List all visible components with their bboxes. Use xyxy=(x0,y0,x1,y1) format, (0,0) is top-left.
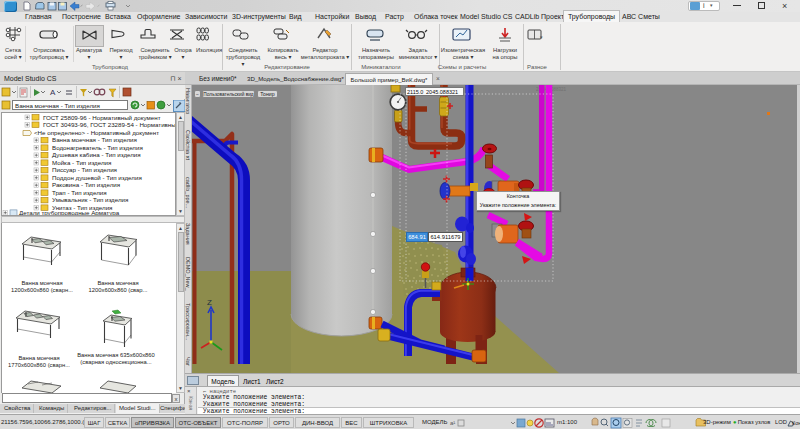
svg-text:1200х600х860 (сварн...: 1200х600х860 (сварн... xyxy=(11,287,73,293)
svg-text:Водонагреватель - Тип изделия: Водонагреватель - Тип изделия xyxy=(52,144,143,151)
svg-text:1200х600х860 (свар...: 1200х600х860 (свар... xyxy=(89,287,148,293)
svg-text:(сварная односекционна...: (сварная односекционна... xyxy=(80,359,152,365)
svg-text:Мойка - Тип изделия: Мойка - Тип изделия xyxy=(52,159,111,166)
svg-text:1770х600х860 (сварн...: 1770х600х860 (сварн... xyxy=(8,362,70,368)
svg-text:ГОСТ 25809-96 - Нормативный до: ГОСТ 25809-96 - Нормативный документ xyxy=(43,114,161,121)
svg-text:ГОСТ 30493-96, ГОСТ 23289-54 -: ГОСТ 30493-96, ГОСТ 23289-54 - Нормативн… xyxy=(43,121,176,128)
svg-text:Писсуар - Тип изделия: Писсуар - Тип изделия xyxy=(52,166,117,173)
svg-text:A: A xyxy=(50,88,56,97)
svg-text:Ванна моечная: Ванна моечная xyxy=(97,280,138,286)
svg-text:<Не определено> - Нормативный: <Не определено> - Нормативный документ xyxy=(34,129,159,136)
svg-text:Ванна моечная: Ванна моечная xyxy=(21,280,62,286)
svg-text:Душевая кабина - Тип изделия: Душевая кабина - Тип изделия xyxy=(52,151,141,158)
svg-text:Умывальник - Тип изделия: Умывальник - Тип изделия xyxy=(52,196,128,203)
svg-text:Ванна моечная 635х600х860: Ванна моечная 635х600х860 xyxy=(77,352,155,358)
svg-text:Ванна моечная - Тип изделия: Ванна моечная - Тип изделия xyxy=(52,136,137,143)
svg-text:Детали трубопроводные Арматура: Детали трубопроводные Арматура xyxy=(19,209,120,216)
svg-text:Ванна моечная: Ванна моечная xyxy=(18,355,59,361)
svg-text:Трап - Тип изделия: Трап - Тип изделия xyxy=(52,189,107,196)
svg-text:Раковина - Тип изделия: Раковина - Тип изделия xyxy=(52,181,120,188)
svg-text:Z: Z xyxy=(207,298,212,307)
svg-text:Поддон душевой - Тип изделия: Поддон душевой - Тип изделия xyxy=(52,174,142,181)
svg-text:a¹: a¹ xyxy=(450,420,455,426)
